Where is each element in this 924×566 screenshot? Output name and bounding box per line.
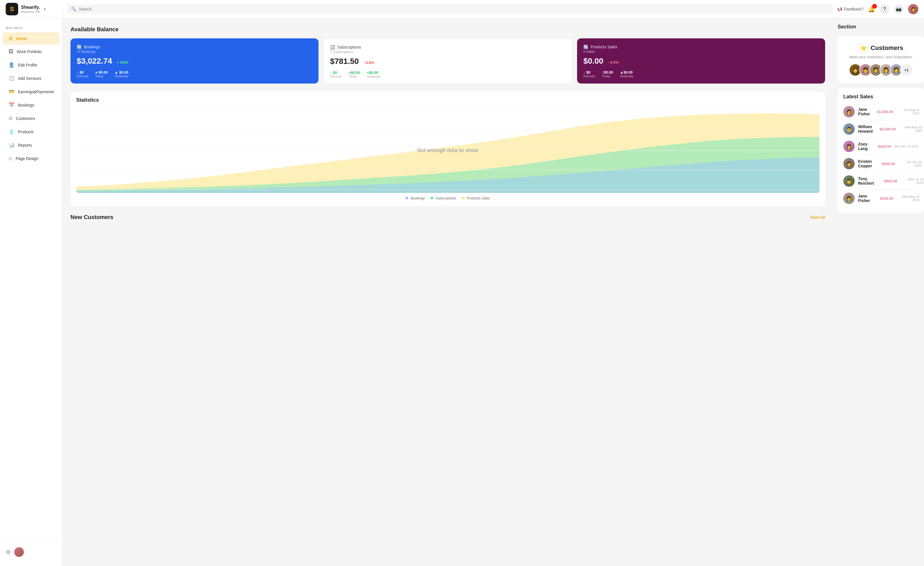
subscriptions-yesterday: +$0.00 Yesterday: [367, 71, 381, 78]
products-sales-change: - 4.5%: [608, 60, 618, 65]
sales-name-0: Jane Fisher: [858, 107, 870, 116]
products-sales-refunds: ↓ $0 Refunds: [584, 70, 595, 78]
megaphone-icon: 📢: [837, 7, 842, 11]
sales-avatar-0: 👩: [843, 106, 855, 117]
sidebar-item-home[interactable]: ⊞ Home: [3, 32, 59, 45]
customers-widget-title: ⭐ Customers: [843, 43, 918, 53]
sales-name-1: William Howard: [858, 125, 873, 134]
logo-area: S Shearify. Business, DB ▾: [6, 3, 63, 15]
new-customers-header: New Customers View All: [70, 214, 825, 221]
app-logo[interactable]: S: [6, 3, 18, 15]
sidebar-item-edit-profile[interactable]: 👤 Edit Profile: [3, 59, 59, 71]
search-bar[interactable]: 🔍: [67, 4, 833, 14]
sales-item-1: 👨 William Howard $4,500.00 Wed May 10 20…: [843, 120, 918, 138]
products-icon: 🧴: [9, 129, 15, 135]
home-icon: ⊞: [9, 36, 12, 42]
feedback-button[interactable]: 📢 Feedback?: [837, 7, 864, 11]
topbar-actions: 📢 Feedback? 🔔 2 ? 📷 👩: [837, 4, 918, 14]
instagram-icon: 📷: [896, 6, 902, 12]
bookings-today: ● $0.00 Today: [95, 70, 108, 78]
sidebar-section-label: Main Menu: [0, 24, 62, 32]
search-icon: 🔍: [71, 6, 76, 12]
products-sales-card: 🔄 Products Sales 0 Sales $0.00 - 4.5% ↓ …: [577, 38, 825, 84]
sales-amount-3: $500.00: [875, 162, 895, 166]
customers-avatar-row: 👩 👧 👩 👩 👩 +1: [843, 64, 918, 76]
services-icon: 📋: [9, 75, 15, 81]
view-all-button[interactable]: View All: [810, 215, 825, 220]
bookings-card: 🔄 Bookings 17 Bookings $3,022.74 + 4.5% …: [70, 38, 318, 84]
sales-name-5: Jane Fisher: [858, 194, 870, 203]
user-avatar-sidebar[interactable]: [14, 547, 24, 557]
sales-item-4: 👨 Tony Reichert $900.00 Mon Jul 10 2023: [843, 173, 918, 190]
sales-avatar-2: 👩: [843, 141, 855, 152]
subscriptions-sublabel: 7 Subscriptions: [330, 50, 566, 54]
sales-item-2: 👩 Zoey Lang $200.00 Mon Apr 10 2023: [843, 138, 918, 155]
sales-avatar-5: 👩: [843, 193, 855, 204]
latest-sales-card: Latest Sales 👩 Jane Fisher $1,500.00 Thu…: [838, 88, 924, 213]
portfolio-icon: 🖼: [9, 49, 14, 54]
sidebar-item-bookings[interactable]: 📅 Bookings: [3, 99, 59, 111]
sales-item-0: 👩 Jane Fisher $1,500.00 Thu Aug 10 2023: [843, 103, 918, 120]
sidebar-item-page-design[interactable]: ◇ Page Design: [3, 152, 59, 165]
sales-date-2: Mon Apr 10 2023: [894, 145, 918, 148]
balance-cards: 🔄 Bookings 17 Bookings $3,022.74 + 4.5% …: [70, 38, 825, 84]
sales-avatar-1: 👨: [843, 123, 855, 135]
user-avatar-top[interactable]: 👩: [908, 4, 918, 14]
bookings-card-header: 🔄 Bookings: [77, 45, 312, 49]
topbar: S Shearify. Business, DB ▾ 🔍 📢 Feedback?…: [0, 0, 924, 18]
question-icon: ?: [884, 6, 886, 12]
sales-amount-1: $4,500.00: [876, 127, 896, 131]
sales-date-3: Sat Jun 10 2023: [899, 160, 921, 167]
bookings-sublabel: 17 Bookings: [77, 50, 312, 54]
sidebar-item-products[interactable]: 🧴 Products: [3, 126, 59, 138]
new-customers-title: New Customers: [70, 214, 113, 221]
bookings-footer: ↓ $0 Refunds ● $0.00 Today ▲ $0.00 Yeste…: [77, 70, 312, 78]
instagram-button[interactable]: 📷: [894, 4, 903, 14]
products-sales-sublabel: 0 Sales: [584, 50, 819, 54]
sidebar-item-add-services[interactable]: 📋 Add Services: [3, 72, 59, 84]
customers-widget: ⭐ Customers Meet your customers, and Sub…: [838, 36, 924, 83]
search-input[interactable]: [79, 7, 829, 11]
notification-button[interactable]: 🔔 2: [868, 6, 875, 12]
subscriptions-footer: ↓ $0 Refunds +$0.00 Today +$0.00 Yesterd…: [330, 71, 566, 78]
bookings-yesterday: ▲ $0.00 Yesterday: [114, 70, 128, 78]
legend-dot-bookings: [405, 197, 408, 200]
sidebar-item-earnings-payments[interactable]: 💳 Earnings&Payments: [3, 86, 59, 98]
sales-amount-5: $100.00: [873, 196, 893, 201]
sales-date-0: Thu Aug 10 2023: [897, 108, 920, 115]
payments-icon: 💳: [9, 89, 15, 95]
customers-widget-subtitle: Meet your customers, and Subscribers: [843, 55, 918, 59]
legend-dot-products-sales: [462, 197, 465, 200]
help-button[interactable]: ?: [880, 4, 890, 14]
subscriptions-today: +$0.00 Today: [349, 71, 360, 78]
right-panel: Section ⭐ Customers Meet your customers,…: [833, 18, 924, 566]
legend-subscriptions: Subscriptions: [430, 196, 456, 200]
products-sales-card-header: 🔄 Products Sales: [584, 45, 819, 49]
sales-avatar-4: 👨: [843, 175, 855, 187]
bookings-card-icon: 🔄: [77, 45, 81, 49]
layout: Main Menu ⊞ Home 🖼 Work Portfolio 👤 Edit…: [0, 18, 924, 566]
settings-icon[interactable]: ⚙: [6, 549, 11, 555]
main-content: Available Balance 🔄 Bookings 17 Bookings…: [63, 18, 833, 566]
sales-item-3: 👩 Kristen Copper $500.00 Sat Jun 10 2023: [843, 155, 918, 173]
sidebar-item-work-portfolio[interactable]: 🖼 Work Portfolio: [3, 46, 59, 58]
latest-sales-title: Latest Sales: [843, 94, 918, 100]
sales-date-5: Wed May 10 2023: [897, 195, 920, 202]
subscriptions-card: 🔄 Subscriptions 7 Subscriptions $781.50 …: [324, 38, 572, 84]
legend-dot-subscriptions: [430, 197, 433, 200]
sidebar-item-customers[interactable]: ⊙ Customers: [3, 112, 59, 125]
page-design-icon: ◇: [9, 155, 12, 161]
products-sales-card-icon: 🔄: [584, 45, 588, 49]
products-sales-today: ↑$0.00 Today: [602, 70, 613, 78]
subscriptions-refunds: ↓ $0 Refunds: [330, 71, 342, 78]
sales-name-2: Zoey Lang: [858, 142, 868, 151]
sales-date-1: Wed May 10 2023: [899, 126, 922, 132]
sales-date-4: Mon Jul 10 2023: [901, 177, 923, 185]
logo-dropdown-icon[interactable]: ▾: [44, 7, 46, 11]
products-sales-yesterday: ▲$0.00 Yesterday: [620, 70, 634, 78]
bookings-change: + 4.5%: [117, 60, 128, 65]
chart-area: Not enough data to show: [76, 108, 819, 193]
bookings-refunds: ↓ $0 Refunds: [77, 70, 88, 78]
sales-item-5: 👩 Jane Fisher $100.00 Wed May 10 2023: [843, 190, 918, 207]
sidebar-item-reports[interactable]: 📊 Reports: [3, 139, 59, 151]
